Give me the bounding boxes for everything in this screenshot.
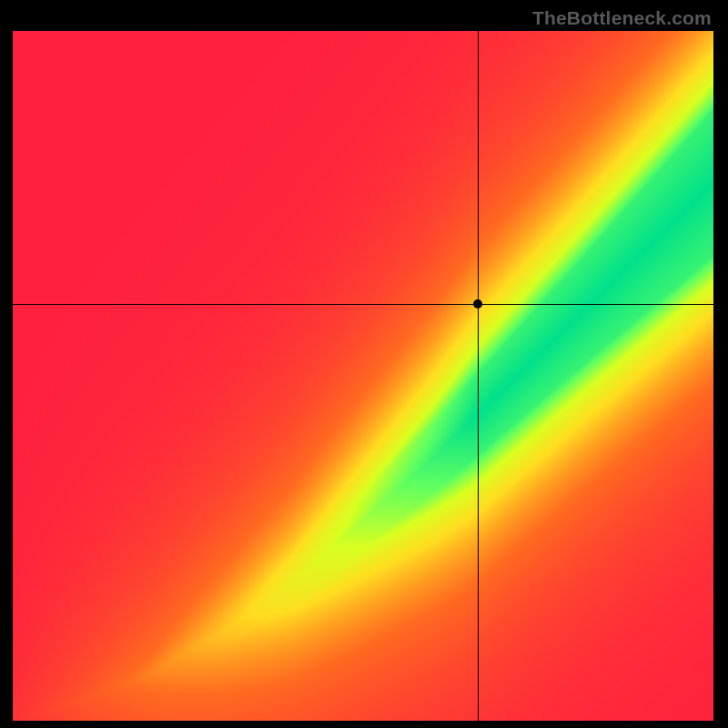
marker-dot [473,299,482,308]
heatmap-frame [13,31,713,721]
heatmap-canvas [13,31,713,721]
watermark-text: TheBottleneck.com [532,7,712,29]
crosshair-horizontal [13,304,713,305]
crosshair-vertical [478,31,479,721]
